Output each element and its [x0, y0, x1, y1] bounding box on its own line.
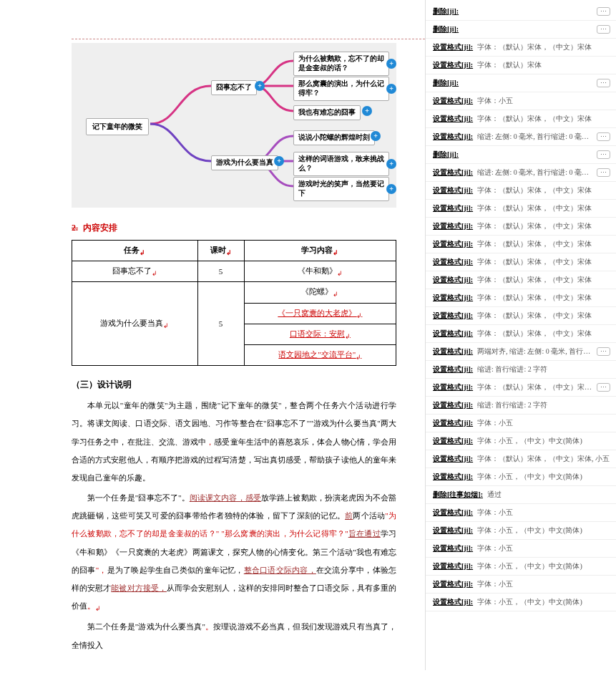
comment-text: 字体：（默认）宋体，（中文）宋体 [477, 114, 610, 124]
design-para-3: 第二个任务是"游戏为什么要当真"。按理说游戏不必当真，但我们发现游戏只有当真了，… [72, 618, 396, 654]
comment-text: 字体：（默认）宋体，（中文）宋体 [477, 329, 610, 339]
comment-text: 字体：小五 [477, 579, 610, 589]
revision-comment[interactable]: 设置格式[ji]:缩进: 首行缩进: 2 字符 [426, 397, 616, 415]
revision-comment[interactable]: 删除[ji]:⋯ [426, 21, 616, 39]
revision-comment[interactable]: 设置格式[ji]:字体：（默认）宋体，（中文）宋体 [426, 289, 616, 307]
cell-content2c: 口语交际：安慰↲ [244, 324, 396, 344]
revision-comment[interactable]: 设置格式[ji]:缩进: 左侧: 0 毫米, 首行缩进: 0 毫米, 制⋯ [426, 128, 616, 146]
comment-text: 字体：（默认）宋体，（中文）宋体 [477, 221, 610, 231]
comment-label: 设置格式[ji]: [433, 257, 473, 267]
more-icon[interactable]: ⋯ [597, 7, 610, 16]
cell-content2d: 语文园地之"交流平台"↲ [244, 344, 396, 365]
section-heading: 2. 内容安排 [72, 222, 396, 234]
more-icon[interactable]: ⋯ [597, 132, 610, 141]
comment-label: 删除[ji]: [433, 78, 459, 88]
comment-text: 两端对齐, 缩进: 左侧: 0 毫米, 首行缩进 [477, 347, 592, 357]
revision-comment[interactable]: 设置格式[ji]:缩进: 首行缩进: 2 字符 [426, 361, 616, 379]
comment-label: 删除[往事如烟]: [433, 490, 483, 500]
expand-icon[interactable]: + [386, 159, 396, 169]
more-icon[interactable]: ⋯ [597, 79, 610, 87]
expand-icon[interactable]: + [362, 106, 372, 116]
comment-label: 设置格式[ji]: [433, 472, 473, 482]
revision-comment[interactable]: 删除[ji]:⋯ [426, 146, 616, 164]
revision-comment[interactable]: 设置格式[ji]:字体：（默认）宋体，（中文）宋体 [426, 182, 616, 200]
revision-comment[interactable]: 设置格式[ji]:字体：小五 [426, 504, 616, 522]
comment-label: 设置格式[ji]: [433, 561, 473, 571]
document-page: 记下童年的微笑 囧事忘不了 + 游戏为什么要当真 + 为什么被鹅欺，忘不了的却 … [0, 0, 425, 670]
revision-comment[interactable]: 设置格式[ji]:字体：小五 [426, 540, 616, 558]
revision-comment[interactable]: 设置格式[ji]:字体：（默认）宋体，（中文）宋体 [426, 236, 616, 253]
comment-label: 删除[ji]: [433, 150, 459, 160]
comment-label: 设置格式[ji]: [433, 114, 473, 124]
revision-comment[interactable]: 设置格式[ji]:字体：小五 [426, 576, 616, 594]
revision-comment[interactable]: 设置格式[ji]:缩进: 左侧: 0 毫米, 首行缩进: 0 毫米, 制⋯ [426, 164, 616, 182]
revision-comment[interactable]: 删除[ji]:⋯ [426, 3, 616, 21]
revision-comment[interactable]: 设置格式[ji]:字体：（默认）宋体，（中文）宋体 [426, 307, 616, 325]
mindmap-leaf: 说说小陀螺的辉煌时刻 [293, 130, 375, 145]
comment-text: 字体：小五，（中文）中文(简体) [477, 472, 610, 482]
design-para-2: 第一个任务是"囧事忘不了"。阅读课文内容，感受放学路上被鹅欺，扮演老虎因为不会豁… [72, 489, 396, 617]
revision-comment[interactable]: 删除[往事如烟]:通过 [426, 486, 616, 504]
mindmap-leaf: 游戏时光的笑声，当然要记 下 [293, 177, 389, 201]
comment-text: 字体：（默认）宋体，（中文）宋体 [477, 203, 610, 213]
comment-label: 设置格式[ji]: [433, 185, 473, 195]
mindmap-branch-2: 游戏为什么要当真 [211, 155, 278, 170]
comment-label: 设置格式[ji]: [433, 275, 473, 285]
comment-text: 字体：（默认）宋体，（中文）宋体 [477, 239, 610, 249]
more-icon[interactable]: ⋯ [597, 168, 610, 177]
revision-comment[interactable]: 设置格式[ji]:字体：小五 [426, 92, 616, 110]
revision-comment[interactable]: 设置格式[ji]:字体：小五，（中文）中文(简体) [426, 558, 616, 576]
comment-text: 缩进: 首行缩进: 2 字符 [477, 400, 610, 410]
more-icon[interactable]: ⋯ [597, 25, 610, 34]
more-icon[interactable]: ⋯ [597, 347, 610, 356]
comment-label: 设置格式[ji]: [433, 543, 473, 553]
revision-comment[interactable]: 删除[ji]:⋯ [426, 74, 616, 92]
revision-comment[interactable]: 设置格式[ji]:字体：小五，（中文）中文(简体) [426, 468, 616, 486]
cell-content2a: 《陀螺》↲ [244, 282, 396, 303]
cell-hours1: 5 [197, 261, 244, 282]
expand-icon[interactable]: + [386, 59, 396, 69]
revision-comment[interactable]: 设置格式[ji]:字体：（默认）宋体，（中文）宋体 [426, 200, 616, 218]
th-content: 学习内容↲ [244, 241, 396, 261]
expand-icon[interactable]: + [386, 84, 396, 94]
comment-label: 设置格式[ji]: [433, 400, 473, 410]
comment-text: 字体：小五 [477, 508, 610, 518]
expand-icon[interactable]: + [255, 81, 265, 91]
table-row: 游戏为什么要当真↲ 5 《陀螺》↲ [72, 282, 396, 303]
revision-comment[interactable]: 设置格式[ji]:字体：（默认）宋体，（中文）宋体 [426, 325, 616, 343]
more-icon[interactable]: ⋯ [597, 150, 610, 159]
deleted-number: 2. [72, 223, 78, 233]
expand-icon[interactable]: + [386, 184, 396, 194]
expand-icon[interactable]: + [274, 156, 284, 166]
comment-label: 设置格式[ji]: [433, 364, 473, 374]
comment-label: 设置格式[ji]: [433, 168, 473, 178]
revision-comment[interactable]: 设置格式[ji]:字体：（默认）宋体 [426, 57, 616, 74]
comment-text: 字体：（默认）宋体，（中文）宋体 [477, 293, 610, 303]
design-para-1: 本单元以"童年的微笑"为主题，围绕"记下童年的微笑"，整合两个任务六个活动进行学… [72, 397, 396, 487]
cell-task2: 游戏为什么要当真↲ [72, 282, 198, 366]
section-title: 内容安排 [83, 223, 117, 233]
comment-label: 设置格式[ji]: [433, 96, 473, 106]
expand-icon[interactable]: + [371, 131, 381, 141]
revision-comment[interactable]: 设置格式[ji]:字体：（默认）宋体，（中文）宋体 [426, 218, 616, 236]
cell-content1: 《牛和鹅》↲ [244, 261, 396, 282]
revision-comment[interactable]: 设置格式[ji]:字体：小五 [426, 415, 616, 432]
revision-comment[interactable]: 设置格式[ji]:字体：小五，（中文）中文(简体) [426, 522, 616, 540]
revision-comment[interactable]: 设置格式[ji]:字体：（默认）宋体，（中文）宋体, 小五 [426, 450, 616, 468]
table-row: 囧事忘不了↲ 5 《牛和鹅》↲ [72, 261, 396, 282]
cell-hours2: 5 [197, 282, 244, 366]
revision-comment[interactable]: 设置格式[ji]:字体：小五，（中文）中文(简体) [426, 432, 616, 450]
revision-comment[interactable]: 设置格式[ji]:字体：（默认）宋体，（中文）宋体, 小五⋯ [426, 379, 616, 397]
revision-comment[interactable]: 设置格式[ji]:字体：小五，（中文）中文(简体) [426, 594, 616, 611]
comment-label: 设置格式[ji]: [433, 60, 473, 70]
revision-line [72, 39, 425, 39]
revision-comment[interactable]: 设置格式[ji]:字体：（默认）宋体，（中文）宋体 [426, 39, 616, 57]
more-icon[interactable]: ⋯ [597, 383, 610, 392]
revision-comment[interactable]: 设置格式[ji]:字体：（默认）宋体，（中文）宋体 [426, 110, 616, 128]
revision-comment[interactable]: 设置格式[ji]:两端对齐, 缩进: 左侧: 0 毫米, 首行缩进⋯ [426, 343, 616, 361]
mindmap-root: 记下童年的微笑 [86, 118, 149, 135]
comment-label: 设置格式[ji]: [433, 418, 473, 428]
revision-comment[interactable]: 设置格式[ji]:字体：（默认）宋体，（中文）宋体 [426, 271, 616, 289]
comment-text: 字体：（默认）宋体，（中文）宋体, 小五 [477, 454, 610, 464]
revision-comment[interactable]: 设置格式[ji]:字体：（默认）宋体，（中文）宋体 [426, 253, 616, 271]
